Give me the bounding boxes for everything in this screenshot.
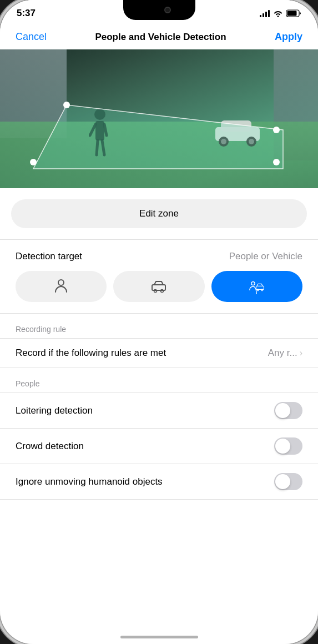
zone-dot-tr[interactable] (273, 127, 280, 133)
chevron-right-icon: › (300, 348, 302, 358)
detection-target-row: Detection target People or Vehicle (0, 240, 318, 271)
edit-zone-button[interactable]: Edit zone (11, 199, 307, 228)
status-time: 5:37 (17, 8, 36, 19)
detection-target-value: People or Vehicle (229, 251, 302, 262)
apply-button[interactable]: Apply (275, 31, 302, 43)
zone-dot-tl[interactable] (63, 102, 70, 108)
notch (123, 0, 195, 20)
recording-rule-label: Record if the following rules are met (16, 348, 166, 359)
vehicle-target-button[interactable] (113, 271, 204, 302)
loitering-detection-toggle[interactable] (274, 402, 302, 419)
battery-icon (286, 9, 301, 17)
target-buttons (0, 271, 318, 313)
svg-point-15 (58, 280, 64, 285)
toggle-thumb-2 (275, 439, 290, 454)
person-target-button[interactable] (16, 271, 107, 302)
notch-camera (164, 7, 171, 13)
svg-marker-14 (33, 105, 283, 169)
phone-frame: 5:37 (0, 0, 318, 644)
svg-point-19 (251, 281, 255, 285)
crowd-detection-label: Crowd detection (16, 441, 84, 452)
recording-rule-row[interactable]: Record if the following rules are met An… (0, 338, 318, 368)
loitering-detection-row: Loitering detection (0, 393, 318, 428)
zone-dot-br[interactable] (273, 159, 280, 165)
svg-rect-16 (152, 285, 165, 290)
people-section-label: People (0, 368, 318, 393)
svg-point-21 (257, 289, 259, 291)
recording-section-label: Recording rule (0, 314, 318, 338)
recording-rule-value: Any r... (268, 348, 297, 359)
svg-point-22 (261, 289, 263, 291)
phone-screen: 5:37 (0, 0, 318, 644)
home-indicator (120, 636, 198, 638)
crowd-detection-row: Crowd detection (0, 428, 318, 464)
ignore-unmoving-toggle[interactable] (274, 473, 302, 490)
zone-dot-bl[interactable] (30, 159, 37, 165)
zone-overlay (0, 49, 318, 188)
toggle-thumb-3 (275, 474, 290, 489)
cancel-button[interactable]: Cancel (16, 31, 47, 43)
wifi-icon (273, 9, 283, 17)
page-title: People and Vehicle Detection (95, 32, 226, 43)
ignore-unmoving-label: Ignore unmoving humanoid objects (16, 476, 163, 487)
nav-bar: Cancel People and Vehicle Detection Appl… (0, 23, 318, 49)
person-icon (53, 279, 69, 294)
loitering-detection-label: Loitering detection (16, 405, 93, 416)
both-icon (249, 279, 265, 294)
svg-rect-1 (287, 11, 297, 16)
ignore-unmoving-row: Ignore unmoving humanoid objects (0, 464, 318, 500)
toggle-thumb (275, 403, 290, 418)
content-scroll[interactable]: Edit zone Detection target People or Veh… (0, 49, 318, 638)
crowd-detection-toggle[interactable] (274, 437, 302, 455)
detection-target-label: Detection target (16, 251, 82, 262)
both-target-button[interactable] (211, 271, 302, 302)
signal-icon (260, 9, 270, 17)
camera-scene (0, 49, 318, 188)
status-icons (260, 9, 301, 17)
vehicle-icon (151, 279, 166, 294)
camera-view (0, 49, 318, 188)
rule-value-row: Any r... › (268, 348, 302, 359)
